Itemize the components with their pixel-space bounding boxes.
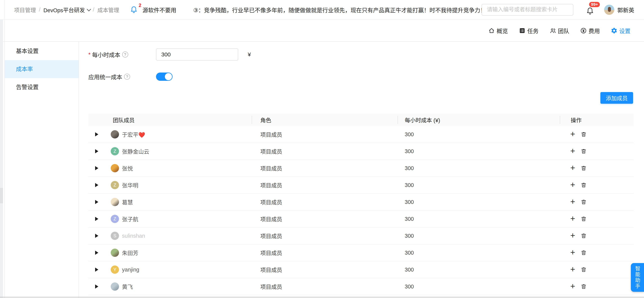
expand-caret-icon[interactable]: [95, 285, 98, 289]
member-avatar: [111, 164, 119, 172]
help-question-icon[interactable]: ?: [122, 51, 128, 57]
breadcrumb-project-label: DevOps平台研发: [44, 6, 85, 14]
member-hourly-cost: 300: [398, 250, 414, 256]
expand-caret-icon[interactable]: [95, 183, 98, 187]
table-row: 张悦 项目成员 300 +: [88, 160, 634, 177]
announcement-bell-icon[interactable]: 2: [130, 5, 138, 15]
member-avatar: Z: [111, 147, 119, 155]
project-tabs-bar: 概览 任务 团队 费用 设置: [0, 20, 644, 42]
ai-assistant-button[interactable]: 智能助手: [631, 263, 644, 292]
notifications-bell-icon[interactable]: 99+: [586, 5, 596, 15]
fee-icon: [580, 27, 587, 34]
add-icon[interactable]: +: [570, 231, 575, 240]
member-avatar: Y: [111, 266, 119, 274]
delete-icon[interactable]: [580, 165, 587, 172]
table-row: 于宏平❤️ 项目成员 300 +: [88, 126, 634, 143]
user-avatar[interactable]: [604, 5, 614, 15]
tab-settings[interactable]: 设置: [611, 26, 630, 35]
add-icon[interactable]: +: [570, 130, 575, 138]
table-row: 朱田芳 项目成员 300 +: [88, 245, 634, 261]
table-row: 黄飞 项目成员 300 +: [88, 278, 634, 295]
tab-team[interactable]: 团队: [550, 26, 569, 35]
member-hourly-cost: 300: [398, 165, 414, 171]
delete-icon[interactable]: [580, 283, 587, 290]
collapsed-left-rail: [0, 20, 3, 298]
expand-caret-icon[interactable]: [95, 132, 98, 136]
member-hourly-cost: 300: [398, 148, 414, 154]
add-member-button[interactable]: 添加成员: [600, 92, 633, 104]
tab-overview[interactable]: 概览: [488, 26, 508, 35]
delete-icon[interactable]: [580, 199, 587, 205]
expand-caret-icon[interactable]: [95, 200, 98, 204]
member-hourly-cost: 300: [398, 284, 414, 290]
expand-caret-icon[interactable]: [95, 166, 98, 170]
announcement-title[interactable]: 源软件不要用: [142, 6, 176, 14]
breadcrumb-project-selector[interactable]: DevOps平台研发: [44, 6, 90, 14]
add-icon[interactable]: +: [570, 147, 575, 155]
rail-drag-handle[interactable]: [0, 188, 3, 203]
table-row: S sulinshan 项目成员 300 +: [88, 228, 634, 245]
sidebar-item-cost-rate[interactable]: 成本率: [5, 60, 78, 78]
table-row: Y yanjing 项目成员 300 +: [88, 261, 634, 278]
add-icon[interactable]: +: [570, 164, 575, 172]
unified-cost-field-label: 应用统一成本 ?: [88, 72, 130, 81]
member-name: 于宏平❤️: [122, 130, 145, 138]
member-role: 项目成员: [252, 164, 282, 172]
user-name[interactable]: 郭新英: [617, 6, 634, 14]
member-role: 项目成员: [252, 266, 282, 274]
column-header-actions: 操作: [571, 116, 582, 124]
home-icon: [488, 27, 495, 34]
tab-expenses[interactable]: 费用: [580, 26, 600, 35]
expand-caret-icon[interactable]: [95, 251, 98, 255]
tab-tasks[interactable]: 任务: [519, 26, 538, 35]
member-role: 项目成员: [252, 181, 282, 189]
window-bottom-edge: [0, 297, 644, 298]
toggle-knob: [165, 73, 172, 80]
add-icon[interactable]: +: [570, 265, 575, 273]
sidebar-item-basic-settings[interactable]: 基本设置: [5, 42, 78, 60]
announcement-text[interactable]: ③：竞争残酷，行业早已不像多年前，随便做做就是行业领先，现在只有产品真正牛才能打…: [193, 6, 482, 14]
search-input[interactable]: [482, 4, 573, 15]
member-name: sulinshan: [122, 233, 145, 239]
member-avatar: S: [111, 232, 119, 240]
top-bar: 项目管理 / DevOps平台研发 / 成本管理 2 源软件不要用 ③：竞争残酷…: [0, 0, 644, 20]
delete-icon[interactable]: [580, 182, 587, 188]
expand-caret-icon[interactable]: [95, 234, 98, 238]
member-role: 项目成员: [252, 215, 282, 223]
member-avatar: [111, 283, 119, 291]
delete-icon[interactable]: [580, 216, 587, 222]
add-icon[interactable]: +: [570, 181, 575, 189]
currency-unit: ¥: [248, 48, 251, 60]
add-icon[interactable]: +: [570, 282, 575, 290]
member-name: yanjing: [122, 267, 139, 273]
expand-caret-icon[interactable]: [95, 268, 98, 272]
member-name: 黄飞: [122, 283, 133, 291]
member-hourly-cost: 300: [398, 131, 414, 138]
sidebar-item-alert-settings[interactable]: 告警设置: [5, 78, 78, 96]
breadcrumb-separator: /: [39, 6, 40, 13]
delete-icon[interactable]: [580, 266, 587, 273]
member-avatar: [111, 249, 119, 257]
delete-icon[interactable]: [580, 232, 587, 239]
member-name: 张悦: [122, 164, 133, 172]
help-question-icon[interactable]: ?: [124, 74, 130, 80]
column-header-hourly-cost: 每小时成本 (¥): [405, 116, 440, 124]
breadcrumb-separator: /: [93, 6, 94, 13]
breadcrumb-project-management[interactable]: 项目管理: [14, 6, 36, 14]
unified-cost-toggle[interactable]: [156, 72, 172, 81]
member-hourly-cost: 300: [398, 233, 414, 239]
add-icon[interactable]: +: [570, 248, 575, 257]
add-icon[interactable]: +: [570, 214, 575, 223]
delete-icon[interactable]: [580, 249, 587, 256]
delete-icon[interactable]: [580, 131, 587, 138]
table-body: 于宏平❤️ 项目成员 300 + Z 张静金山云 项目成员 300 +: [88, 126, 634, 295]
expand-caret-icon[interactable]: [95, 217, 98, 221]
announcement-badge: 2: [139, 3, 141, 8]
delete-icon[interactable]: [580, 148, 587, 155]
hourly-cost-input[interactable]: [156, 48, 238, 60]
members-table: 团队成员 角色 每小时成本 (¥) 操作 于宏平❤️ 项目成员 300 +: [88, 114, 634, 295]
column-header-role: 角色: [260, 116, 271, 124]
expand-caret-icon[interactable]: [95, 149, 98, 153]
add-icon[interactable]: +: [570, 198, 575, 206]
member-avatar: Z: [111, 181, 119, 189]
